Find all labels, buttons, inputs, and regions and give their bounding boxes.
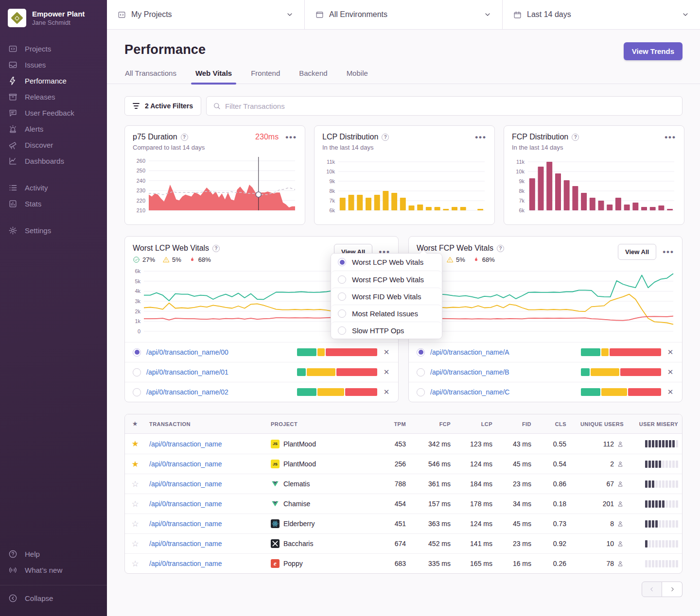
transaction-link[interactable]: /api/0/transaction_name xyxy=(149,440,222,448)
sidebar-collapse-button[interactable]: Collapse xyxy=(0,590,107,606)
help-icon[interactable]: ? xyxy=(212,245,220,252)
card-menu-button[interactable]: ••• xyxy=(475,133,487,141)
transaction-link[interactable]: /api/0/transaction_name/A xyxy=(430,348,576,356)
sidebar-item-activity[interactable]: Activity xyxy=(0,180,107,196)
transaction-link[interactable]: /api/0/transaction_name/00 xyxy=(146,348,292,356)
tab-web-vitals[interactable]: Web Vitals xyxy=(195,68,232,84)
row-radio[interactable] xyxy=(417,348,425,357)
transaction-link[interactable]: /api/0/transaction_name/01 xyxy=(146,368,292,376)
sidebar-item-stats[interactable]: Stats xyxy=(0,196,107,212)
column-header-project[interactable]: PROJECT xyxy=(267,421,380,427)
transaction-link[interactable]: /api/0/transaction_name/C xyxy=(430,388,576,396)
option-radio[interactable] xyxy=(338,292,346,301)
transaction-link[interactable]: /api/0/transaction_name xyxy=(149,500,222,508)
row-radio[interactable] xyxy=(133,348,141,357)
svg-text:10k: 10k xyxy=(326,169,335,174)
card-menu-button[interactable]: ••• xyxy=(663,248,674,256)
transaction-link[interactable]: /api/0/transaction_name xyxy=(149,460,222,468)
star-toggle[interactable]: ★ xyxy=(125,459,145,469)
dropdown-option-worst-lcp-web-vitals[interactable]: Worst LCP Web Vitals xyxy=(331,254,442,271)
search-input[interactable] xyxy=(225,102,676,110)
option-radio[interactable] xyxy=(338,326,346,335)
column-header-fcp[interactable]: FCP xyxy=(410,421,455,427)
close-icon[interactable]: ✕ xyxy=(666,368,674,376)
row-radio[interactable] xyxy=(417,388,425,396)
row-radio[interactable] xyxy=(133,368,141,376)
transaction-link[interactable]: /api/0/transaction_name xyxy=(149,480,222,488)
sidebar-item-issues[interactable]: Issues xyxy=(0,57,107,73)
sidebar-item-help[interactable]: Help xyxy=(0,546,107,562)
star-toggle[interactable]: ☆ xyxy=(125,539,145,549)
column-header-unique-users[interactable]: UNIQUE USERS xyxy=(570,421,628,427)
cls-value: 0.55 xyxy=(535,440,570,448)
close-icon[interactable]: ✕ xyxy=(383,388,390,396)
cls-value: 0.54 xyxy=(535,460,570,468)
sidebar-item-dashboards[interactable]: Dashboards xyxy=(0,153,107,169)
tab-mobile[interactable]: Mobile xyxy=(346,68,368,84)
environment-icon xyxy=(315,11,324,19)
dropdown-option-most-related-issues[interactable]: Most Related Issues xyxy=(331,305,442,322)
tab-frontend[interactable]: Frontend xyxy=(250,68,280,84)
dropdown-option-slow-http-ops[interactable]: Slow HTTP Ops xyxy=(331,322,442,339)
option-radio[interactable] xyxy=(338,309,346,318)
transaction-link[interactable]: /api/0/transaction_name/02 xyxy=(146,388,292,396)
star-toggle[interactable]: ☆ xyxy=(125,519,145,529)
svg-text:8k: 8k xyxy=(329,188,335,194)
tab-all-transactions[interactable]: All Transactions xyxy=(124,68,177,84)
column-header-lcp[interactable]: LCP xyxy=(455,421,496,427)
help-icon[interactable]: ? xyxy=(572,134,579,141)
transaction-link[interactable]: /api/0/transaction_name xyxy=(149,560,222,567)
dropdown-option-worst-fid-web-vitals[interactable]: Worst FID Web Vitals xyxy=(331,288,442,305)
close-icon[interactable]: ✕ xyxy=(666,348,674,357)
star-toggle[interactable]: ☆ xyxy=(125,479,145,489)
sidebar-item-alerts[interactable]: Alerts xyxy=(0,121,107,137)
help-icon[interactable]: ? xyxy=(181,134,188,141)
close-icon[interactable]: ✕ xyxy=(383,368,390,376)
sidebar-item-user-feedback[interactable]: User Feedback xyxy=(0,105,107,121)
column-header-cls[interactable]: CLS xyxy=(535,421,570,427)
sidebar-item-projects[interactable]: Projects xyxy=(0,41,107,57)
close-icon[interactable]: ✕ xyxy=(383,348,390,357)
row-radio[interactable] xyxy=(417,368,425,376)
date-range-selector[interactable]: Last 14 days xyxy=(502,0,700,29)
help-icon[interactable]: ? xyxy=(497,245,504,252)
dropdown-option-worst-fcp-web-vitals[interactable]: Worst FCP Web Vitals xyxy=(331,271,442,288)
project-selector[interactable]: My Projects xyxy=(107,0,304,29)
sidebar-item-settings[interactable]: Settings xyxy=(0,222,107,239)
column-header-fid[interactable]: FID xyxy=(496,421,535,427)
sidebar-item-discover[interactable]: Discover xyxy=(0,137,107,153)
view-all-button[interactable]: View All xyxy=(618,244,656,260)
sidebar-item-releases[interactable]: Releases xyxy=(0,89,107,105)
close-icon[interactable]: ✕ xyxy=(666,388,674,396)
svg-text:1k: 1k xyxy=(135,318,140,324)
column-header-transaction[interactable]: TRANSACTION xyxy=(145,421,267,427)
option-radio[interactable] xyxy=(338,258,346,266)
option-radio[interactable] xyxy=(338,275,346,284)
org-switcher[interactable]: Empower Plant Jane Schmidt xyxy=(0,0,107,32)
vital-transaction-row: /api/0/transaction_name/A✕ xyxy=(409,342,682,362)
previous-page-button[interactable] xyxy=(642,582,662,597)
fcp-value: 452 ms xyxy=(410,540,455,548)
lcp-value: 123 ms xyxy=(455,440,496,448)
sidebar-item-what-s-new[interactable]: What’s new xyxy=(0,562,107,578)
row-radio[interactable] xyxy=(133,388,141,396)
tab-backend[interactable]: Backend xyxy=(298,68,328,84)
view-trends-button[interactable]: View Trends xyxy=(624,42,682,60)
column-header-tpm[interactable]: TPM xyxy=(380,421,410,427)
transaction-link[interactable]: /api/0/transaction_name/B xyxy=(430,368,576,376)
transaction-link[interactable]: /api/0/transaction_name xyxy=(149,520,222,528)
column-header-user-misery[interactable]: USER MISERY xyxy=(628,421,682,427)
card-menu-button[interactable]: ••• xyxy=(665,133,676,141)
star-toggle[interactable]: ★ xyxy=(125,439,145,449)
star-toggle[interactable]: ☆ xyxy=(125,499,145,509)
active-filters-button[interactable]: 2 Active Filters xyxy=(124,96,201,116)
star-toggle[interactable]: ☆ xyxy=(125,559,145,569)
help-icon[interactable]: ? xyxy=(382,134,389,141)
transaction-link[interactable]: /api/0/transaction_name xyxy=(149,540,222,548)
next-page-button[interactable] xyxy=(662,582,682,597)
sidebar-item-performance[interactable]: Performance xyxy=(0,73,107,89)
active-filters-label: 2 Active Filters xyxy=(145,102,193,110)
card-menu-button[interactable]: ••• xyxy=(285,133,297,141)
unique-users-value: 2 xyxy=(570,460,628,468)
environment-selector[interactable]: All Environments xyxy=(304,0,502,29)
